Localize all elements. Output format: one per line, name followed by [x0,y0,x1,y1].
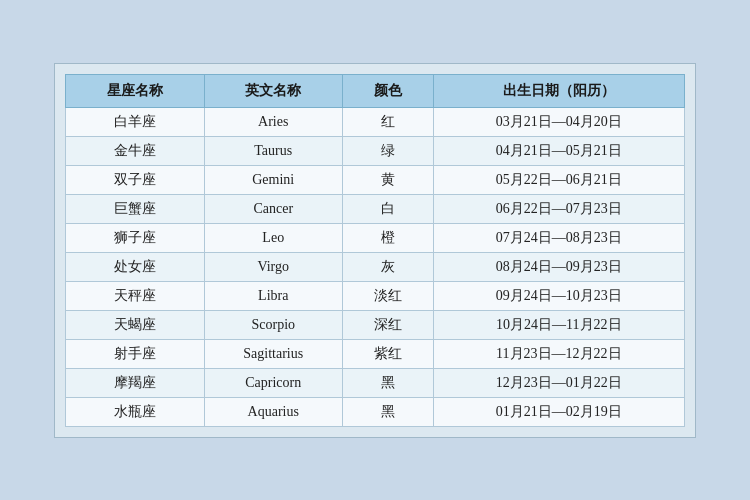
col-header-color: 颜色 [343,74,434,107]
cell-chinese: 天秤座 [66,281,205,310]
cell-dates: 07月24日—08月23日 [433,223,684,252]
cell-dates: 09月24日—10月23日 [433,281,684,310]
cell-chinese: 白羊座 [66,107,205,136]
table-row: 双子座Gemini黄05月22日—06月21日 [66,165,685,194]
table-row: 处女座Virgo灰08月24日—09月23日 [66,252,685,281]
cell-chinese: 摩羯座 [66,368,205,397]
zodiac-table: 星座名称 英文名称 颜色 出生日期（阳历） 白羊座Aries红03月21日—04… [65,74,685,427]
cell-chinese: 巨蟹座 [66,194,205,223]
cell-color: 紫红 [343,339,434,368]
cell-color: 白 [343,194,434,223]
cell-chinese: 水瓶座 [66,397,205,426]
cell-chinese: 双子座 [66,165,205,194]
cell-dates: 01月21日—02月19日 [433,397,684,426]
col-header-chinese: 星座名称 [66,74,205,107]
cell-english: Sagittarius [204,339,343,368]
cell-color: 绿 [343,136,434,165]
cell-color: 黑 [343,397,434,426]
cell-color: 橙 [343,223,434,252]
cell-dates: 08月24日—09月23日 [433,252,684,281]
cell-english: Aquarius [204,397,343,426]
col-header-dates: 出生日期（阳历） [433,74,684,107]
cell-chinese: 狮子座 [66,223,205,252]
table-row: 天蝎座Scorpio深红10月24日—11月22日 [66,310,685,339]
table-row: 摩羯座Capricorn黑12月23日—01月22日 [66,368,685,397]
cell-english: Gemini [204,165,343,194]
cell-chinese: 金牛座 [66,136,205,165]
cell-dates: 06月22日—07月23日 [433,194,684,223]
cell-english: Leo [204,223,343,252]
table-row: 天秤座Libra淡红09月24日—10月23日 [66,281,685,310]
table-row: 狮子座Leo橙07月24日—08月23日 [66,223,685,252]
cell-english: Scorpio [204,310,343,339]
table-header-row: 星座名称 英文名称 颜色 出生日期（阳历） [66,74,685,107]
cell-color: 淡红 [343,281,434,310]
cell-english: Taurus [204,136,343,165]
cell-color: 黄 [343,165,434,194]
table-row: 射手座Sagittarius紫红11月23日—12月22日 [66,339,685,368]
cell-color: 深红 [343,310,434,339]
table-row: 水瓶座Aquarius黑01月21日—02月19日 [66,397,685,426]
table-row: 巨蟹座Cancer白06月22日—07月23日 [66,194,685,223]
cell-chinese: 处女座 [66,252,205,281]
cell-dates: 04月21日—05月21日 [433,136,684,165]
cell-chinese: 天蝎座 [66,310,205,339]
cell-dates: 12月23日—01月22日 [433,368,684,397]
cell-color: 黑 [343,368,434,397]
cell-english: Cancer [204,194,343,223]
table-container: 星座名称 英文名称 颜色 出生日期（阳历） 白羊座Aries红03月21日—04… [54,63,696,438]
cell-english: Virgo [204,252,343,281]
table-row: 白羊座Aries红03月21日—04月20日 [66,107,685,136]
cell-dates: 11月23日—12月22日 [433,339,684,368]
cell-dates: 05月22日—06月21日 [433,165,684,194]
cell-color: 红 [343,107,434,136]
cell-dates: 03月21日—04月20日 [433,107,684,136]
cell-chinese: 射手座 [66,339,205,368]
cell-english: Libra [204,281,343,310]
cell-color: 灰 [343,252,434,281]
col-header-english: 英文名称 [204,74,343,107]
cell-dates: 10月24日—11月22日 [433,310,684,339]
table-row: 金牛座Taurus绿04月21日—05月21日 [66,136,685,165]
cell-english: Capricorn [204,368,343,397]
cell-english: Aries [204,107,343,136]
